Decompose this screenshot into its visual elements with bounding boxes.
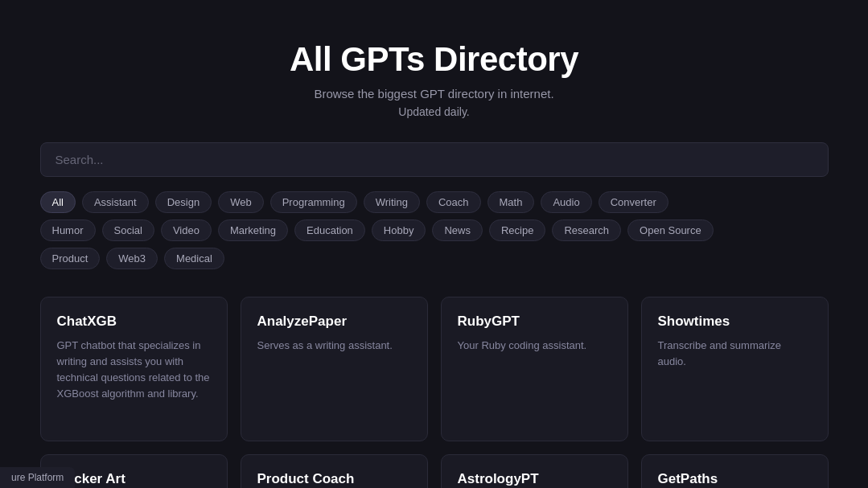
filter-row-3: Product Web3 Medical bbox=[40, 248, 829, 269]
filter-research[interactable]: Research bbox=[552, 219, 621, 241]
filter-audio[interactable]: Audio bbox=[541, 191, 591, 213]
header: All GPTs Directory Browse the biggest GP… bbox=[290, 40, 578, 118]
filter-web3[interactable]: Web3 bbox=[106, 248, 158, 269]
bottom-bar-label: ure Platform bbox=[11, 472, 64, 483]
card-chatxgb-desc: GPT chatbot that specializes in writing … bbox=[57, 338, 211, 403]
filter-news[interactable]: News bbox=[432, 219, 483, 241]
card-get-paths-title: GetPaths bbox=[658, 471, 812, 487]
filter-recipe[interactable]: Recipe bbox=[489, 219, 545, 241]
filter-row-2: Humor Social Video Marketing Education H… bbox=[40, 219, 829, 241]
page-container: All GPTs Directory Browse the biggest GP… bbox=[0, 0, 868, 488]
card-chatxgb-title: ChatXGB bbox=[57, 314, 211, 330]
card-showtimes-title: Showtimes bbox=[658, 314, 812, 330]
search-input[interactable] bbox=[40, 142, 829, 177]
card-chatxgb[interactable]: ChatXGB GPT chatbot that specializes in … bbox=[40, 297, 228, 441]
card-showtimes-desc: Transcribe and summarize audio. bbox=[658, 338, 812, 370]
filter-product[interactable]: Product bbox=[40, 248, 101, 269]
card-analyzepaper-desc: Serves as a writing assistant. bbox=[257, 338, 411, 354]
cards-grid: ChatXGB GPT chatbot that specializes in … bbox=[40, 297, 829, 488]
filter-assistant[interactable]: Assistant bbox=[82, 191, 149, 213]
filter-converter[interactable]: Converter bbox=[599, 191, 668, 213]
card-rubygpt-desc: Your Ruby coding assistant. bbox=[458, 338, 611, 354]
filter-programming[interactable]: Programming bbox=[270, 191, 357, 213]
filter-social[interactable]: Social bbox=[102, 219, 154, 241]
card-hacker-art-title: Hacker Art bbox=[57, 471, 211, 487]
filter-humor[interactable]: Humor bbox=[40, 219, 96, 241]
card-analyzepaper-title: AnalyzePaper bbox=[257, 314, 411, 330]
card-showtimes[interactable]: Showtimes Transcribe and summarize audio… bbox=[641, 297, 829, 441]
filter-coach[interactable]: Coach bbox=[426, 191, 481, 213]
filter-writing[interactable]: Writing bbox=[364, 191, 420, 213]
card-product-coach-title: Product Coach bbox=[257, 471, 411, 487]
filter-all[interactable]: All bbox=[40, 191, 76, 213]
card-rubygpt[interactable]: RubyGPT Your Ruby coding assistant. bbox=[441, 297, 628, 441]
filter-design[interactable]: Design bbox=[155, 191, 212, 213]
filter-video[interactable]: Video bbox=[161, 219, 212, 241]
card-get-paths[interactable]: GetPaths bbox=[641, 454, 829, 488]
filter-hobby[interactable]: Hobby bbox=[372, 219, 426, 241]
filter-web[interactable]: Web bbox=[218, 191, 264, 213]
filter-math[interactable]: Math bbox=[487, 191, 535, 213]
filter-education[interactable]: Education bbox=[294, 219, 365, 241]
filter-open-source[interactable]: Open Source bbox=[627, 219, 714, 241]
card-product-coach[interactable]: Product Coach bbox=[241, 454, 428, 488]
bottom-bar: ure Platform bbox=[0, 467, 75, 488]
page-title: All GPTs Directory bbox=[290, 40, 578, 79]
filters-container: All Assistant Design Web Programming Wri… bbox=[40, 191, 829, 276]
updated-label: Updated daily. bbox=[290, 105, 578, 118]
subtitle: Browse the biggest GPT directory in inte… bbox=[290, 87, 578, 100]
filter-marketing[interactable]: Marketing bbox=[218, 219, 288, 241]
card-analyzepaper[interactable]: AnalyzePaper Serves as a writing assista… bbox=[241, 297, 428, 441]
card-rubygpt-title: RubyGPT bbox=[458, 314, 611, 330]
filter-medical[interactable]: Medical bbox=[164, 248, 224, 269]
card-astrology-pt[interactable]: AstrologyPT bbox=[441, 454, 628, 488]
card-astrology-pt-title: AstrologyPT bbox=[458, 471, 611, 487]
search-container bbox=[40, 142, 829, 177]
filter-row-1: All Assistant Design Web Programming Wri… bbox=[40, 191, 829, 213]
